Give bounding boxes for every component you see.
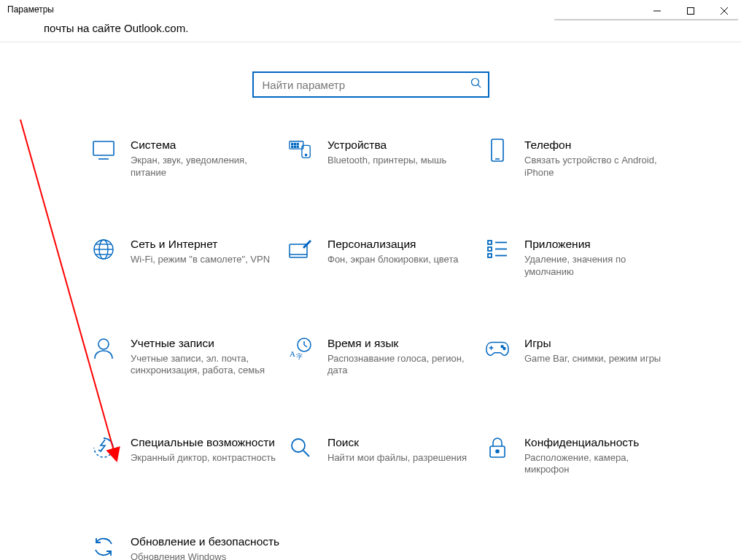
tile-title: Телефон <box>524 138 682 152</box>
tile-apps[interactable]: Приложения Удаление, значения по умолчан… <box>485 237 682 278</box>
svg-point-45 <box>496 450 499 453</box>
svg-rect-9 <box>292 144 293 145</box>
tile-desc: Распознавание голоса, регион, дата <box>327 353 473 377</box>
svg-point-4 <box>471 79 478 86</box>
tile-desc: Обновления Windows <box>131 551 276 560</box>
svg-rect-14 <box>297 146 298 147</box>
apps-icon <box>485 237 510 262</box>
lock-icon <box>485 435 510 460</box>
tile-update[interactable]: Обновление и безопасность Обновления Win… <box>91 534 288 561</box>
svg-line-43 <box>303 451 309 456</box>
svg-rect-1 <box>688 8 694 15</box>
svg-line-35 <box>304 345 307 347</box>
tile-desc: Фон, экран блокировки, цвета <box>327 254 473 265</box>
svg-rect-10 <box>295 144 296 145</box>
tile-time-language[interactable]: A字 Время и язык Распознавание голоса, ре… <box>288 336 485 377</box>
tile-title: Приложения <box>524 237 682 251</box>
tile-ease-of-access[interactable]: Специальные возможности Экранный диктор,… <box>91 435 288 476</box>
svg-rect-27 <box>488 247 492 251</box>
tile-desc: Экран, звук, уведомления, питание <box>131 155 276 179</box>
svg-line-5 <box>478 85 481 88</box>
svg-text:字: 字 <box>296 353 303 360</box>
svg-rect-28 <box>488 254 492 257</box>
svg-point-32 <box>98 339 109 349</box>
tile-network[interactable]: Сеть и Интернет Wi-Fi, режим "в самолете… <box>91 237 288 278</box>
svg-point-16 <box>305 154 306 155</box>
search-box[interactable] <box>252 71 489 98</box>
search-tile-icon <box>288 435 313 460</box>
tile-title: Специальные возможности <box>131 435 288 449</box>
tile-desc: Найти мои файлы, разрешения <box>327 452 473 464</box>
tile-devices[interactable]: Устройства Bluetooth, принтеры, мышь <box>288 138 485 179</box>
svg-rect-13 <box>295 146 296 147</box>
devices-icon <box>288 138 313 163</box>
tile-title: Устройства <box>327 138 485 152</box>
accounts-icon <box>91 336 116 361</box>
tile-title: Поиск <box>327 435 485 449</box>
header-separator <box>0 42 741 42</box>
svg-point-39 <box>503 347 505 349</box>
svg-point-38 <box>501 346 503 348</box>
update-icon <box>91 534 116 559</box>
tile-title: Время и язык <box>327 336 485 350</box>
svg-rect-17 <box>492 139 503 161</box>
system-icon <box>91 138 116 163</box>
tile-desc: Game Bar, снимки, режим игры <box>524 353 670 365</box>
svg-point-42 <box>292 439 305 452</box>
svg-rect-6 <box>93 141 114 155</box>
tile-title: Конфиденциальность <box>524 435 682 449</box>
search-icon <box>470 77 482 92</box>
globe-icon <box>91 237 116 262</box>
tile-desc: Удаление, значения по умолчанию <box>524 254 670 278</box>
tile-desc: Учетные записи, эл. почта, синхронизация… <box>131 353 276 377</box>
tile-phone[interactable]: Телефон Связать устройство с Android, iP… <box>485 138 682 179</box>
tile-system[interactable]: Система Экран, звук, уведомления, питани… <box>91 138 288 179</box>
time-language-icon: A字 <box>288 336 313 361</box>
tile-gaming[interactable]: Игры Game Bar, снимки, режим игры <box>485 336 682 377</box>
tile-title: Персонализация <box>327 237 485 251</box>
ease-of-access-icon <box>91 435 116 460</box>
settings-grid: Система Экран, звук, уведомления, питани… <box>91 127 682 560</box>
window-title: Параметры <box>0 0 61 19</box>
personalization-icon <box>288 237 313 262</box>
tile-desc: Экранный диктор, контрастность <box>131 452 276 464</box>
tile-privacy[interactable]: Конфиденциальность Расположение, камера,… <box>485 435 682 476</box>
tile-desc: Bluetooth, принтеры, мышь <box>327 155 473 166</box>
gaming-icon <box>485 336 510 361</box>
tile-personalization[interactable]: Персонализация Фон, экран блокировки, цв… <box>288 237 485 278</box>
tile-title: Сеть и Интернет <box>131 237 288 251</box>
tile-title: Обновление и безопасность <box>131 534 288 548</box>
tile-title: Учетные записи <box>131 336 288 350</box>
tile-desc: Связать устройство с Android, iPhone <box>524 155 670 179</box>
svg-rect-11 <box>297 144 298 145</box>
scrollbar-indicator <box>554 19 738 20</box>
tile-desc: Расположение, камера, микрофон <box>524 452 670 476</box>
svg-rect-26 <box>488 241 492 244</box>
tile-accounts[interactable]: Учетные записи Учетные записи, эл. почта… <box>91 336 288 377</box>
svg-text:A: A <box>290 349 295 358</box>
tile-desc: Wi-Fi, режим "в самолете", VPN <box>131 254 276 265</box>
tile-title: Система <box>131 138 288 152</box>
tile-search[interactable]: Поиск Найти мои файлы, разрешения <box>288 435 485 476</box>
search-input[interactable] <box>261 78 470 92</box>
tile-title: Игры <box>524 336 682 350</box>
phone-icon <box>485 138 510 163</box>
header-subtitle: почты на сайте Outlook.com. <box>0 22 741 42</box>
svg-rect-12 <box>292 146 293 147</box>
